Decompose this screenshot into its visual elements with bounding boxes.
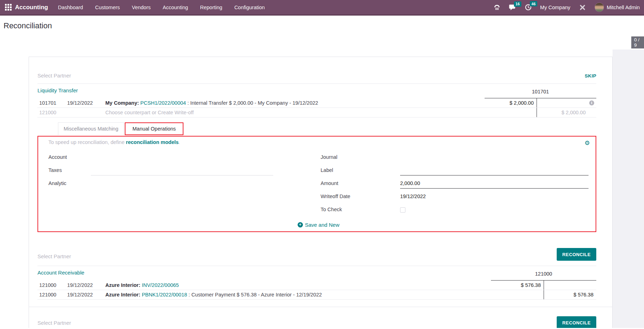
reconciliation-widget: Select Partner SKIP Liquidity Transfer 1… [29,57,613,328]
account-link[interactable]: Liquidity Transfer [37,87,78,93]
section-divider [37,266,596,266]
account-field-input[interactable] [91,154,316,162]
taccount-code: 121000 [491,271,596,281]
amount-field-input[interactable]: 2,000.00 [400,180,589,189]
partner-name: Azure Interior: [105,292,140,298]
move-line-row[interactable]: 121000 19/12/2022 Azure Interior: INV/20… [37,281,596,290]
journal-field-label: Journal [321,154,400,160]
nav-menu: Dashboard Customers Vendors Accounting R… [58,5,265,10]
select-partner-input[interactable]: Select Partner [37,320,71,326]
select-partner-input[interactable]: Select Partner [37,253,71,259]
debit-amount: $ 576.38 [491,281,544,290]
journal-field-input[interactable] [400,154,589,162]
info-icon[interactable]: i [589,100,594,105]
user-name: Mitchell Admin [607,5,640,10]
counterpart-placeholder[interactable]: Choose counterpart or Create Write-off [105,108,485,117]
credit-cell: i [537,98,596,108]
debit-amount: $ 2,000.00 [485,98,537,108]
debug-tools-icon[interactable] [579,4,586,11]
partner-name: My Company: [105,100,139,106]
activities-clock-icon[interactable]: 46 [525,4,532,11]
matching-tabs: Miscellaneous Matching Manual Operations [58,122,596,135]
label-field-label: Label [321,167,400,173]
amount-field-label: Amount [321,180,400,186]
nav-item-reporting[interactable]: Reporting [200,5,222,10]
activities-count-badge: 46 [530,1,537,6]
to-check-field-label: To Check [321,207,400,212]
section-divider [37,83,596,84]
to-check-checkbox[interactable] [400,207,405,213]
tab-manual-operations[interactable]: Manual Operations [125,122,184,135]
document-link[interactable]: PBNK1/2022/00018 [142,292,187,298]
credit-amount: $ 576.38 [544,290,596,299]
nav-item-dashboard[interactable]: Dashboard [58,5,83,10]
nav-item-configuration[interactable]: Configuration [234,5,265,10]
account-code-cell: 121000 [37,108,67,117]
counterpart-row[interactable]: 121000 Choose counterpart or Create Writ… [37,108,596,117]
top-navbar: Accounting Dashboard Customers Vendors A… [0,0,644,16]
writeoff-date-field-label: Writeoff Date [321,194,400,199]
payphone-icon[interactable] [493,4,500,11]
account-link[interactable]: Account Receivable [37,270,84,276]
credit-amount: $ 2,000.00 [537,108,596,117]
page-title: Reconciliation [4,21,52,30]
content-area: Select Partner SKIP Liquidity Transfer 1… [0,50,644,328]
writeoff-date-field-input[interactable]: 19/12/2022 [400,194,589,202]
move-line-row[interactable]: 101701 19/12/2022 My Company: PCSH1/2022… [37,98,596,108]
nav-item-accounting[interactable]: Accounting [163,5,188,10]
page-background-strip [613,50,644,328]
line-description: : Internal Transfer $ 2,000.00 - My Comp… [186,100,318,106]
save-and-new-button[interactable]: +Save and New [298,222,340,228]
label-field-input[interactable] [400,167,589,175]
document-link[interactable]: INV/2022/00065 [142,282,179,288]
messages-icon[interactable]: 16 [509,4,516,11]
gear-icon[interactable]: ⚙ [585,139,590,146]
user-menu[interactable]: Mitchell Admin [595,2,640,12]
pager-counter[interactable]: 0 / 9 [631,36,644,48]
reconciliation-line-1: Select Partner SKIP Liquidity Transfer 1… [29,57,612,300]
analytic-field-input[interactable] [91,180,316,189]
reconciliation-line-2: Select Partner RECONCILE Account Receiva… [37,248,596,300]
control-panel: Reconciliation 0 / 9 [0,16,644,50]
manual-operations-form: To speed up reconciliation, define recon… [37,136,596,232]
move-line-row[interactable]: 121000 19/12/2022 Azure Interior: PBNK1/… [37,290,596,300]
reconciliation-hint: To speed up reconciliation, define recon… [48,139,589,145]
apps-grid-icon[interactable] [5,4,12,11]
messages-count-badge: 16 [514,1,521,7]
reconcile-button[interactable]: RECONCILE [557,248,596,261]
account-code-cell: 101701 [37,98,67,108]
company-switcher[interactable]: My Company [540,5,570,10]
app-name[interactable]: Accounting [15,4,48,11]
analytic-field-label: Analytic [48,180,91,186]
nav-item-vendors[interactable]: Vendors [132,5,151,10]
select-partner-input[interactable]: Select Partner [37,73,71,79]
user-avatar [595,2,604,12]
reconciliation-line-3: Select Partner RECONCILE [29,316,612,328]
label-cell: My Company: PCSH1/2022/00004 : Internal … [105,98,485,108]
nav-item-customers[interactable]: Customers [95,5,120,10]
document-link[interactable]: PCSH1/2022/00004 [140,100,186,106]
taxes-field-label: Taxes [48,167,91,173]
reconcile-button[interactable]: RECONCILE [557,316,596,328]
partner-name: Azure Interior: [105,282,140,288]
account-field-label: Account [48,154,91,160]
line-separator [29,307,612,307]
tab-miscellaneous-matching[interactable]: Miscellaneous Matching [58,122,124,135]
reconciliation-models-link[interactable]: reconciliation models [126,139,178,145]
taccount-code: 101701 [485,89,596,98]
date-cell: 19/12/2022 [67,98,105,108]
taxes-field-input[interactable] [91,167,273,175]
plus-circle-icon: + [298,222,303,227]
skip-button[interactable]: SKIP [585,73,596,79]
